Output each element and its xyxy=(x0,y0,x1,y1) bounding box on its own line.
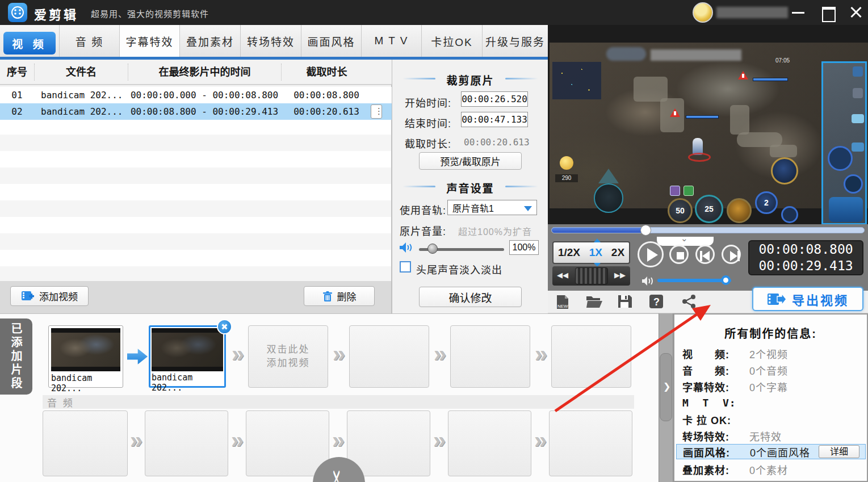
new-project-icon[interactable]: NEW xyxy=(555,294,572,310)
fade-checkbox[interactable] xyxy=(400,261,411,273)
empty-video-slot[interactable] xyxy=(551,325,631,388)
buff-icon-2 xyxy=(684,186,694,196)
player-volume-handle[interactable] xyxy=(721,275,731,285)
speed-1x-option[interactable]: 1X xyxy=(589,246,602,259)
next-frame-button[interactable] xyxy=(722,245,741,264)
chevron-separator-icon: » xyxy=(535,341,547,367)
remove-clip-icon[interactable] xyxy=(217,319,232,334)
maximize-button[interactable] xyxy=(815,0,840,25)
enemy-hpbar-2 xyxy=(686,115,719,119)
jog-knob[interactable] xyxy=(575,267,608,284)
chevron-separator-icon: » xyxy=(534,427,547,453)
timeline-clip-2-selected[interactable]: bandicam 202... xyxy=(149,325,226,388)
trim-duration-value: 00:00:20.613 xyxy=(464,137,530,148)
sound-section-title: 声音设置 xyxy=(392,180,548,195)
row-menu-button[interactable] xyxy=(371,104,382,119)
speed-selector: 1/2X 1X 2X xyxy=(552,241,630,264)
empty-video-slot[interactable] xyxy=(450,325,530,388)
empty-audio-slot[interactable] xyxy=(43,410,128,476)
app-window: 爱剪辑 超易用、强大的视频剪辑软件 视 频 音 频 字幕特效 叠加素材 转场特效… xyxy=(0,0,868,482)
close-button[interactable] xyxy=(844,0,868,25)
timeline-clip-1[interactable]: bandicam 202... xyxy=(48,325,123,388)
panel-splitter-bar xyxy=(659,313,673,482)
svg-text:NEW: NEW xyxy=(557,304,568,309)
app-logo-icon xyxy=(8,3,27,22)
end-time-label: 结束时间: xyxy=(405,115,451,130)
minimize-button[interactable] xyxy=(786,0,811,25)
enemy-warning-icon-2 xyxy=(670,108,680,117)
hud-button-gold xyxy=(727,198,752,223)
production-info-panel: 所有制作的信息: 视 频: 2个视频 音 频: 0个音频 字幕特效: 0个字幕 … xyxy=(673,313,868,482)
tab-mtv[interactable]: M T V xyxy=(361,25,421,57)
share-icon[interactable] xyxy=(682,294,699,310)
delete-button[interactable]: 删除 xyxy=(304,286,375,306)
save-icon[interactable] xyxy=(617,294,634,310)
add-video-placeholder-slot[interactable]: 双击此处 添加视频 xyxy=(248,325,328,388)
chevron-separator-icon: » xyxy=(332,427,345,453)
seek-bar[interactable] xyxy=(551,227,865,233)
prev-frame-icon xyxy=(702,251,710,261)
table-row-selected[interactable]: 02 bandicam 202... 00:00:08.800 - 00:00:… xyxy=(0,103,392,120)
preview-trim-button[interactable]: 预览/截取原片 xyxy=(419,152,522,170)
player-volume-slider[interactable] xyxy=(657,279,731,282)
jog-shuttle[interactable] xyxy=(552,266,630,286)
start-time-input[interactable] xyxy=(461,91,528,107)
total-time: 00:00:29.413 xyxy=(749,258,862,274)
open-folder-icon[interactable] xyxy=(585,294,602,310)
main-tab-bar: 视 频 音 频 字幕特效 叠加素材 转场特效 画面风格 M T V 卡拉OK 升… xyxy=(0,25,548,57)
speed-2x-option[interactable]: 2X xyxy=(611,246,624,259)
detail-button[interactable]: 详细 xyxy=(819,445,859,458)
empty-audio-slot[interactable] xyxy=(246,410,329,476)
player-controls: 1/2X 1X 2X 00:00:08.800 00:00:29.413 xyxy=(548,224,868,291)
clip-1-caption: bandicam 202... xyxy=(51,373,120,385)
video-preview[interactable]: 07:05 290 50 25 2 xyxy=(548,25,868,224)
tab-picture-style[interactable]: 画面风格 xyxy=(301,25,361,57)
tab-overlay-material[interactable]: 叠加素材 xyxy=(179,25,240,57)
header-index: 序号 xyxy=(0,64,34,81)
empty-audio-slot[interactable] xyxy=(549,410,632,476)
empty-audio-slot[interactable] xyxy=(145,410,228,476)
play-button[interactable] xyxy=(638,241,664,267)
help-icon[interactable]: ? xyxy=(649,294,666,310)
export-video-label: 导出视频 xyxy=(792,290,849,308)
chevron-separator-icon: » xyxy=(130,427,142,453)
empty-video-slot[interactable] xyxy=(349,325,429,388)
tab-video[interactable]: 视 频 xyxy=(0,25,59,57)
skill-button xyxy=(771,157,798,185)
tab-subtitle-effects[interactable]: 字幕特效 xyxy=(119,25,179,57)
track-dropdown[interactable]: 原片音轨1 xyxy=(447,200,537,215)
chevron-separator-icon: » xyxy=(333,341,345,367)
added-clips-tab[interactable]: 已添加片段 xyxy=(0,318,32,395)
prev-frame-button[interactable] xyxy=(695,245,715,264)
info-panel-title: 所有制作的信息: xyxy=(674,325,867,341)
add-video-icon xyxy=(21,291,35,302)
start-time-label: 开始时间: xyxy=(405,95,451,110)
volume-slider-handle[interactable] xyxy=(427,244,438,254)
empty-audio-slot[interactable] xyxy=(448,410,531,476)
clip-2-thumbnail xyxy=(152,328,223,371)
header-time-range: 在最终影片中的时间 xyxy=(128,64,281,81)
table-row[interactable]: 01 bandicam 202... 00:00:00.000 - 00:00:… xyxy=(0,87,392,103)
seek-handle[interactable] xyxy=(640,225,651,236)
hud-button-small xyxy=(781,206,798,223)
export-video-button[interactable]: 导出视频 xyxy=(752,287,863,311)
volume-label: 原片音量: xyxy=(400,223,446,238)
app-tagline: 超易用、强大的视频剪辑软件 xyxy=(91,7,209,19)
player-speaker-icon xyxy=(641,275,655,287)
tab-audio[interactable]: 音 频 xyxy=(59,25,119,57)
confirm-button[interactable]: 确认修改 xyxy=(419,287,522,307)
expand-panel-button[interactable] xyxy=(660,353,672,421)
tab-transition-effects[interactable]: 转场特效 xyxy=(240,25,301,57)
stop-button[interactable] xyxy=(669,245,689,264)
tab-karaoke[interactable]: 卡拉OK xyxy=(421,25,482,57)
player-character xyxy=(693,138,703,155)
enemy-hpbar xyxy=(753,78,788,81)
info-row-picture-style[interactable]: 画面风格: 0个画面风格 详细 xyxy=(676,444,866,459)
user-avatar[interactable] xyxy=(693,2,713,23)
tab-upgrade-service[interactable]: 升级与服务 xyxy=(482,25,548,57)
end-time-input[interactable] xyxy=(461,112,528,127)
add-video-button[interactable]: 添加视频 xyxy=(10,286,89,306)
gold-value: 290 xyxy=(555,174,578,182)
speed-half-option[interactable]: 1/2X xyxy=(558,246,580,259)
hud-button-2: 2 xyxy=(755,191,778,214)
